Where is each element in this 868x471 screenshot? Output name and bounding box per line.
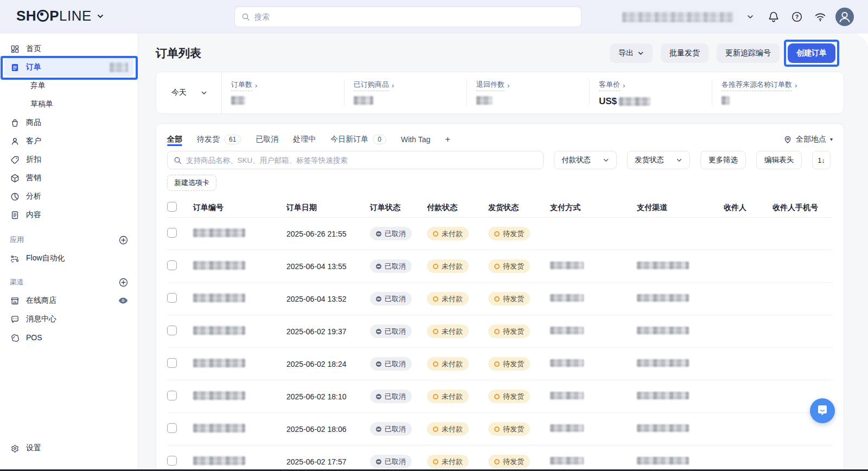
sidebar-item-content[interactable]: 内容 (4, 206, 133, 224)
global-search-input[interactable] (254, 12, 575, 21)
store-switcher-chevron[interactable] (744, 10, 757, 23)
order-number-redacted (193, 424, 245, 432)
row-checkbox[interactable] (167, 293, 177, 303)
sidebar-item-products[interactable]: 商品 (4, 113, 133, 132)
sidebar-item-customers[interactable]: 客户 (4, 132, 133, 150)
row-checkbox[interactable] (167, 326, 177, 335)
table-row[interactable]: 2025-06-02 18:24 已取消 未付款 待发货 (167, 348, 833, 380)
stat-items-ordered[interactable]: 已订购商品› (354, 79, 462, 105)
chat-launcher-button[interactable] (810, 398, 835, 423)
orders-search[interactable] (167, 151, 544, 169)
account-avatar[interactable] (835, 8, 854, 26)
stat-label: 退回件数 (476, 80, 505, 91)
tab-to-ship[interactable]: 待发货61 (197, 132, 241, 147)
stat-average-order-value[interactable]: 客单价› US$ (599, 79, 707, 107)
payment-status-badge: 未付款 (427, 292, 469, 305)
table-row[interactable]: 2025-06-02 17:57 已取消 未付款 待发货 (167, 445, 833, 469)
help-button[interactable]: ? (790, 10, 803, 23)
shopline-logo[interactable]: SHPLINE (16, 8, 104, 24)
tab-with-tag[interactable]: With Tag (401, 132, 430, 147)
row-checkbox[interactable] (167, 228, 177, 238)
table-row[interactable]: 2025-06-26 21:55 已取消 未付款 待发货 (167, 218, 833, 250)
payment-status-filter[interactable]: 付款状态 (554, 151, 617, 169)
date-range-select[interactable]: 今天 (156, 72, 221, 113)
new-tab-card-button[interactable]: 新建选项卡 (167, 175, 216, 191)
row-checkbox[interactable] (167, 260, 177, 270)
table-header: 订单编号 订单日期 订单状态 付款状态 发货状态 支付方式 支付渠道 收件人 收… (167, 198, 833, 218)
sidebar-item-online-store[interactable]: 在线商店 (4, 291, 133, 310)
pie-chart-icon (10, 192, 20, 201)
order-status-badge: 已取消 (370, 324, 412, 338)
stats-card: 今天 订单数› 已订购商品› 退回件数› 客单价› US$ 各推荐来源名称订单数… (156, 72, 844, 114)
add-channel-button[interactable] (119, 278, 128, 287)
notifications-button[interactable] (767, 10, 780, 23)
order-date: 2025-06-26 21:55 (286, 230, 370, 238)
sidebar-item-flow-automation[interactable]: Flow自动化 (4, 249, 133, 268)
stat-label: 客单价 (599, 80, 620, 91)
table-row[interactable]: 2025-06-02 18:10 已取消 未付款 待发货 (167, 380, 833, 413)
add-tab-button[interactable]: + (445, 134, 450, 145)
view-store-eye-icon[interactable] (118, 297, 128, 304)
sidebar-item-message-center[interactable]: 消息中心 (4, 310, 133, 328)
payment-status-badge: 未付款 (427, 455, 469, 468)
network-status-button[interactable] (814, 10, 827, 23)
sidebar-item-draft-orders[interactable]: 草稿单 (4, 95, 133, 113)
global-search[interactable] (234, 7, 582, 27)
row-checkbox[interactable] (167, 423, 177, 433)
sidebar-item-label: 客户 (26, 136, 41, 146)
update-tracking-button[interactable]: 更新追踪编号 (717, 43, 780, 63)
row-checkbox[interactable] (167, 358, 177, 368)
export-button[interactable]: 导出 (610, 43, 653, 63)
tab-processing[interactable]: 处理中 (293, 132, 316, 147)
bulk-ship-button[interactable]: 批量发货 (661, 43, 709, 63)
sidebar-item-label: 首页 (26, 44, 41, 54)
edit-columns-button[interactable]: 编辑表头 (756, 151, 802, 169)
add-app-button[interactable] (119, 236, 128, 245)
store-name-redacted[interactable] (622, 12, 733, 22)
col-payment-channel: 支付渠道 (637, 203, 724, 213)
sidebar-item-label: 订单 (26, 62, 41, 72)
order-number-redacted (193, 228, 245, 237)
table-row[interactable]: 2025-06-04 13:52 已取消 未付款 待发货 (167, 283, 833, 315)
cancelled-icon (376, 361, 381, 367)
row-checkbox[interactable] (167, 391, 177, 400)
sidebar-item-abandoned-orders[interactable]: 弃单 (4, 77, 133, 95)
sort-button[interactable]: 1↓ (812, 151, 831, 169)
table-row[interactable]: 2025-06-02 19:37 已取消 未付款 待发货 (167, 315, 833, 348)
shipping-status-badge: 待发货 (488, 292, 530, 305)
filter-label: 付款状态 (561, 155, 591, 165)
stat-order-count[interactable]: 订单数› (231, 79, 340, 105)
stat-orders-by-referral-source[interactable]: 各推荐来源名称订单数› (722, 79, 830, 105)
tab-all[interactable]: 全部 (167, 132, 182, 147)
filter-label: 更多筛选 (709, 155, 738, 165)
cancelled-icon (376, 296, 381, 302)
sidebar-item-settings[interactable]: 设置 (4, 439, 133, 457)
location-filter[interactable]: 全部地点 ▾ (783, 135, 833, 144)
more-filters-button[interactable]: 更多筛选 (700, 151, 746, 169)
bag-icon (10, 118, 20, 128)
orders-search-input[interactable] (186, 156, 537, 164)
cancelled-icon (376, 459, 381, 464)
sidebar-item-analytics[interactable]: 分析 (4, 187, 133, 206)
shipping-status-filter[interactable]: 发货状态 (627, 151, 690, 169)
sidebar-item-home[interactable]: 首页 (4, 40, 133, 58)
stat-label: 订单数 (231, 80, 252, 91)
create-order-button[interactable]: 创建订单 (788, 43, 835, 63)
sidebar-item-discounts[interactable]: 折扣 (4, 150, 133, 169)
sidebar-item-pos[interactable]: POS (4, 328, 133, 347)
stat-returned-items[interactable]: 退回件数› (476, 79, 585, 105)
sidebar-item-label: 在线商店 (26, 296, 56, 305)
table-row[interactable]: 2025-06-04 13:55 已取消 未付款 待发货 (167, 250, 833, 283)
table-row[interactable]: 2025-06-02 18:06 已取消 未付款 待发货 (167, 413, 833, 445)
row-checkbox[interactable] (167, 456, 177, 466)
svg-text:?: ? (795, 14, 799, 20)
tab-new-today[interactable]: 今日新订单0 (330, 132, 386, 147)
location-filter-label: 全部地点 (796, 135, 826, 144)
sidebar-item-marketing[interactable]: 营销 (4, 169, 133, 187)
search-icon (174, 156, 182, 164)
payment-channel-redacted (637, 392, 689, 399)
tab-cancelled[interactable]: 已取消 (256, 132, 278, 147)
storefront-icon (10, 296, 20, 305)
select-all-checkbox[interactable] (167, 202, 177, 212)
sidebar-item-orders[interactable]: 订单 (4, 58, 133, 77)
